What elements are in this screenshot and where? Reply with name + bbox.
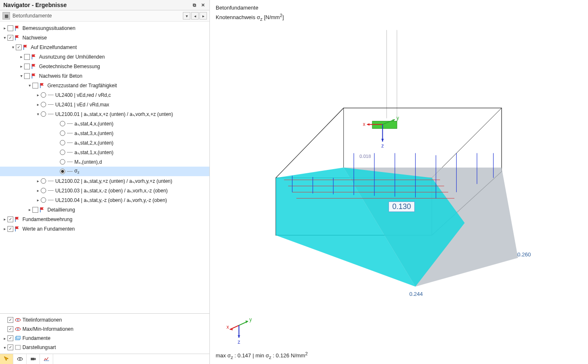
- pin-icon[interactable]: ⧉: [191, 2, 198, 8]
- next-icon[interactable]: ▸: [199, 12, 207, 20]
- tree-item-beton[interactable]: ▾ Nachweis für Beton: [0, 71, 209, 81]
- scene-3d[interactable]: x y z: [235, 25, 571, 322]
- checkbox[interactable]: [32, 207, 38, 213]
- viewport-3d[interactable]: Betonfundamente Knotennachweis σZ [N/mm2…: [210, 0, 588, 364]
- tree-item-a4[interactable]: aₛ,stat,4,x,(unten): [0, 119, 209, 128]
- expand-icon[interactable]: ▸: [35, 102, 41, 107]
- opt-titelinfo[interactable]: ▸ Titelinformationen: [0, 315, 209, 325]
- radio[interactable]: [60, 150, 65, 155]
- prev-icon[interactable]: ◂: [191, 12, 199, 20]
- radio[interactable]: [60, 159, 65, 165]
- checkbox[interactable]: [7, 317, 13, 323]
- collapse-icon[interactable]: ▾: [35, 112, 41, 116]
- tree-item-werte[interactable]: ▸ Werte an Fundamenten: [0, 224, 209, 234]
- collapse-icon[interactable]: ▾: [10, 45, 16, 49]
- tree-label: UL2100.04 | aₛ,stat,y,-z (oben) / aₛ,vor…: [55, 197, 167, 203]
- checkbox[interactable]: [7, 25, 13, 31]
- checkbox[interactable]: [24, 54, 30, 60]
- tree-item-a2[interactable]: aₛ,stat,2,x,(unten): [0, 138, 209, 148]
- checkbox[interactable]: [7, 335, 13, 341]
- expand-icon[interactable]: ▸: [18, 64, 24, 69]
- radio[interactable]: [60, 130, 65, 136]
- tree-item-einzelfundament[interactable]: ▾ Auf Einzelfundament: [0, 42, 209, 52]
- expand-icon[interactable]: ▸: [2, 26, 7, 30]
- result-tree: ▸ Bemessungssituationen ▾ Nachweise ▾ Au…: [0, 23, 209, 234]
- option-label: Titelinformationen: [22, 317, 62, 323]
- expand-icon[interactable]: ▸: [35, 93, 41, 97]
- checkbox[interactable]: [7, 35, 13, 41]
- collapse-icon[interactable]: ▾: [2, 345, 7, 350]
- tree-item-ul2100-03[interactable]: ▸ UL2100.03 | aₛ,stat,x,-z (oben) / aₛ,v…: [0, 186, 209, 195]
- tree-label: aₛ,stat,4,x,(unten): [74, 121, 113, 127]
- navigator-panel: Navigator - Ergebnisse ⧉ ✕ ▦ Betonfundam…: [0, 0, 210, 364]
- option-label: Max/Min-Informationen: [22, 326, 74, 332]
- tree-label: Auf Einzelfundament: [31, 44, 77, 50]
- triad-z-label: z: [238, 339, 240, 344]
- radio[interactable]: [41, 92, 46, 98]
- expand-icon[interactable]: ▸: [2, 217, 7, 221]
- toolbar-btn-camera[interactable]: [27, 354, 40, 364]
- tree-label: Bemessungssituationen: [22, 25, 75, 31]
- tree-item-detail[interactable]: ▸ Detaillierung: [0, 205, 209, 214]
- checkbox[interactable]: [16, 44, 22, 50]
- tree-item-geotechnisch[interactable]: ▸ Geotechnische Bemessung: [0, 61, 209, 71]
- checkbox[interactable]: [24, 73, 30, 79]
- flag-icon: [31, 73, 38, 79]
- checkbox[interactable]: [7, 216, 13, 222]
- expand-icon[interactable]: ▸: [27, 207, 32, 212]
- checkbox[interactable]: [7, 226, 13, 232]
- toolbar-btn-eye[interactable]: [13, 354, 27, 364]
- radio[interactable]: [41, 102, 46, 107]
- tree-scroll[interactable]: ▸ Bemessungssituationen ▾ Nachweise ▾ Au…: [0, 22, 209, 313]
- dash-icon: [67, 143, 73, 143]
- toolbar-btn-graph[interactable]: [40, 354, 53, 364]
- tree-item-a1[interactable]: aₛ,stat,1,x,(unten): [0, 148, 209, 157]
- flag-icon: [14, 216, 22, 223]
- collapse-icon[interactable]: ▾: [2, 35, 7, 40]
- tree-item-bemessung[interactable]: ▸ Bemessungssituationen: [0, 23, 209, 33]
- tree-item-a3[interactable]: aₛ,stat,3,x,(unten): [0, 128, 209, 138]
- radio[interactable]: [41, 178, 46, 184]
- tree-item-ul2401[interactable]: ▸ UL2401 | νEd / νRd,max: [0, 100, 209, 109]
- expand-icon[interactable]: ▸: [2, 226, 7, 231]
- checkbox[interactable]: [7, 326, 13, 332]
- opt-darstellung[interactable]: ▾ Darstellungsart: [0, 343, 209, 352]
- tree-item-fundbewehrung[interactable]: ▸ Fundamentbewehrung: [0, 214, 209, 224]
- toolbar-btn-cursor[interactable]: [0, 354, 13, 364]
- checkbox[interactable]: [24, 64, 30, 69]
- flag-icon: [14, 25, 22, 32]
- close-icon[interactable]: ✕: [199, 2, 206, 8]
- tree-item-ul2100-02[interactable]: ▸ UL2100.02 | aₛ,stat,y,+z (unten) / aₛ,…: [0, 176, 209, 186]
- tree-item-nachweise[interactable]: ▾ Nachweise: [0, 33, 209, 42]
- radio[interactable]: [41, 197, 46, 203]
- checkbox[interactable]: [7, 344, 13, 350]
- value-label-near: 0.018: [359, 154, 371, 159]
- radio[interactable]: [60, 140, 65, 145]
- radio[interactable]: [41, 111, 46, 117]
- opt-fundamente[interactable]: ▸ Fundamente: [0, 334, 209, 343]
- expand-icon[interactable]: ▸: [35, 198, 41, 202]
- expand-icon[interactable]: ▸: [35, 188, 41, 193]
- collapse-icon[interactable]: ▾: [18, 74, 24, 78]
- checkbox[interactable]: [32, 83, 38, 89]
- tree-item-sigma-z[interactable]: σz: [0, 167, 209, 176]
- tree-item-ausnutzung[interactable]: ▸ Ausnutzung der Umhüllenden: [0, 52, 209, 61]
- opt-maxmin[interactable]: ▸ Max/Min-Informationen: [0, 325, 209, 334]
- tree-item-ul2100-01[interactable]: ▾ UL2100.01 | aₛ,stat,x,+z (unten) / aₛ,…: [0, 109, 209, 119]
- tree-item-ul2400[interactable]: ▸ UL2400 | νEd,red / νRd,c: [0, 90, 209, 100]
- radio[interactable]: [41, 188, 46, 193]
- svg-point-6: [19, 358, 20, 359]
- tree-item-grenzzustand[interactable]: ▾ Grenzzustand der Tragfähigkeit: [0, 81, 209, 90]
- breadcrumb-dropdown-icon[interactable]: ▾: [183, 12, 190, 20]
- expand-icon[interactable]: ▸: [2, 336, 7, 341]
- tree-label: UL2400 | νEd,red / νRd,c: [55, 92, 111, 98]
- flag-icon: [31, 63, 38, 70]
- collapse-icon[interactable]: ▾: [27, 83, 32, 88]
- tree-label: Ausnutzung der Umhüllenden: [39, 54, 105, 60]
- expand-icon[interactable]: ▸: [18, 54, 24, 59]
- expand-icon[interactable]: ▸: [35, 179, 41, 183]
- radio[interactable]: [60, 121, 65, 126]
- tree-item-mx[interactable]: Mₓ,(unten),d: [0, 157, 209, 167]
- tree-item-ul2100-04[interactable]: ▸ UL2100.04 | aₛ,stat,y,-z (oben) / aₛ,v…: [0, 195, 209, 205]
- radio[interactable]: [60, 169, 65, 174]
